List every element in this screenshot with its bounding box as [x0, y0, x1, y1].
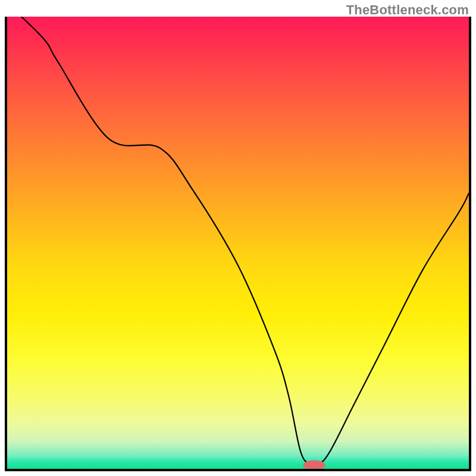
- bottleneck-chart: TheBottleneck.com: [0, 0, 476, 476]
- curve-layer: [7, 17, 469, 469]
- attribution-label: TheBottleneck.com: [346, 2, 469, 18]
- plot-area: [5, 17, 471, 471]
- bottleneck-curve: [7, 17, 469, 466]
